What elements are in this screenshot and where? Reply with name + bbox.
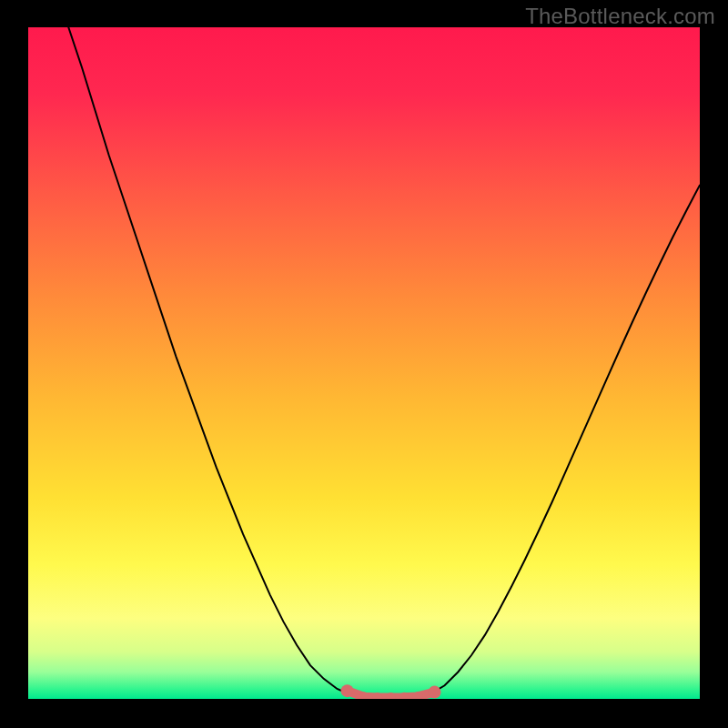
watermark-text: TheBottleneck.com (525, 4, 715, 29)
chart-frame: TheBottleneck.com (0, 0, 728, 728)
chart-svg (28, 27, 700, 699)
gradient-background (28, 27, 700, 699)
bottleneck-chart (28, 27, 700, 699)
valley-marker (341, 684, 354, 697)
valley-marker (428, 686, 440, 699)
